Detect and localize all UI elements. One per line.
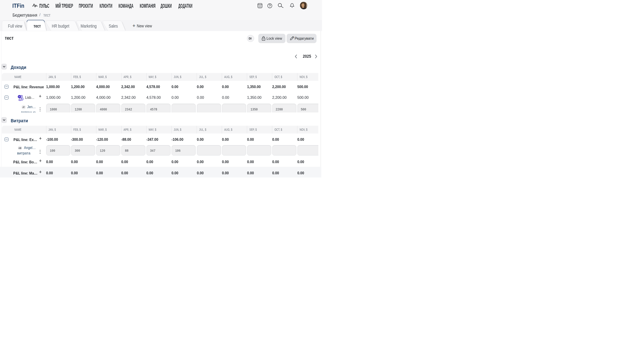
- svg-text:$: $: [21, 97, 22, 100]
